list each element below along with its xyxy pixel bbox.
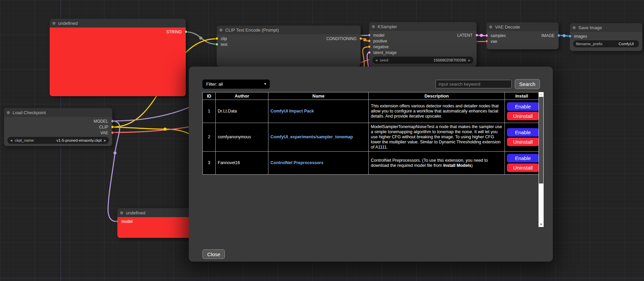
node-undefined-model[interactable]: undefined model bbox=[117, 208, 194, 238]
node-status-dot[interactable] bbox=[120, 211, 123, 214]
input-pin-clip[interactable] bbox=[215, 37, 218, 40]
input-pin-samples[interactable] bbox=[485, 34, 488, 37]
input-slot-label: vae bbox=[491, 39, 497, 44]
cell-name: ComfyUI_experiments/sampler_tonemap bbox=[268, 123, 369, 152]
custom-nodes-manager-dialog: Filter: all ▼ Search ID Author Name Desc… bbox=[189, 67, 553, 262]
node-title: Save Image bbox=[578, 25, 602, 30]
input-slot-label: positive bbox=[373, 39, 387, 43]
input-slot-label: model bbox=[121, 219, 133, 224]
output-slot-label: STRING bbox=[166, 30, 182, 34]
slot-row: negative bbox=[369, 44, 477, 50]
widget-prev-icon[interactable]: ◀ bbox=[10, 139, 12, 142]
input-pin-latent-image[interactable] bbox=[368, 51, 371, 54]
node-body: model LATENT positive negative latent_im… bbox=[369, 31, 477, 67]
input-pin-model[interactable] bbox=[116, 220, 119, 223]
input-pin-text[interactable] bbox=[215, 43, 218, 46]
slot-row: VAE bbox=[4, 130, 112, 136]
input-slot-label: images bbox=[574, 34, 587, 39]
widget-decrement-icon[interactable]: ◀ bbox=[375, 59, 377, 62]
node-status-dot[interactable] bbox=[489, 25, 492, 29]
widget-value: ComfyUI bbox=[618, 42, 634, 46]
description-text: ) bbox=[471, 163, 473, 168]
search-input[interactable] bbox=[435, 80, 512, 88]
pack-link[interactable]: ComfyUI_experiments/sampler_tonemap bbox=[270, 135, 353, 139]
slot-row: CLIP bbox=[4, 124, 112, 130]
input-slot-label: text bbox=[221, 42, 227, 47]
node-status-dot[interactable] bbox=[573, 26, 576, 29]
enable-button[interactable]: Enable bbox=[507, 102, 539, 111]
input-pin-positive[interactable] bbox=[368, 39, 371, 42]
enable-button[interactable]: Enable bbox=[507, 128, 539, 137]
node-title: VAE Decode bbox=[495, 24, 520, 30]
ckpt-name-widget[interactable]: ◀ ckpt_name v1-5-pruned-emaonly.ckpt ▶ bbox=[7, 137, 109, 144]
output-slot-label: CLIP bbox=[99, 125, 108, 129]
table-header-row: ID Author Name Description Install bbox=[203, 92, 539, 100]
uninstall-button[interactable]: Uninstall bbox=[507, 112, 539, 120]
cell-name: ComfyUI Impact Pack bbox=[268, 100, 369, 123]
node-title-bar[interactable]: Load Checkpoint bbox=[4, 108, 112, 117]
pack-link[interactable]: ComfyUI Impact Pack bbox=[270, 109, 314, 113]
node-save-image[interactable]: Save Image images filename_prefix ComfyU… bbox=[570, 23, 642, 51]
close-button[interactable]: Close bbox=[202, 249, 225, 259]
scrollbar-down-icon[interactable]: ▼ bbox=[539, 222, 544, 227]
output-pin-string[interactable] bbox=[184, 30, 187, 33]
output-pin-model[interactable] bbox=[111, 120, 114, 123]
output-pin-latent[interactable] bbox=[475, 34, 478, 37]
widget-next-icon[interactable]: ▶ bbox=[104, 139, 106, 142]
node-body: model bbox=[117, 217, 194, 238]
node-title-bar[interactable]: KSampler bbox=[369, 22, 477, 31]
node-status-dot[interactable] bbox=[219, 29, 222, 32]
node-title: Load Checkpoint bbox=[13, 110, 46, 115]
node-status-dot[interactable] bbox=[372, 25, 375, 28]
enable-button[interactable]: Enable bbox=[507, 154, 539, 162]
output-pin-vae[interactable] bbox=[111, 131, 114, 134]
widget-increment-icon[interactable]: ▶ bbox=[468, 59, 470, 62]
slot-row: model LATENT bbox=[369, 32, 477, 38]
filename-prefix-widget[interactable]: filename_prefix ComfyUI bbox=[573, 40, 639, 47]
slot-row: text bbox=[217, 41, 361, 47]
output-pin-conditioning[interactable] bbox=[359, 37, 362, 40]
node-title-bar[interactable]: undefined bbox=[117, 208, 194, 217]
node-undefined-string[interactable]: undefined STRING bbox=[50, 19, 186, 96]
filter-select[interactable]: Filter: all bbox=[202, 80, 270, 89]
cell-id: 1 bbox=[203, 100, 216, 123]
node-vae-decode[interactable]: VAE Decode samples IMAGE vae bbox=[486, 22, 559, 49]
col-header-description: Description bbox=[369, 92, 505, 100]
output-slot-label: CONDITIONING bbox=[326, 36, 357, 41]
input-pin-negative[interactable] bbox=[368, 45, 371, 48]
slot-row: positive bbox=[369, 38, 477, 44]
search-button[interactable]: Search bbox=[515, 79, 540, 89]
scrollbar-up-icon[interactable]: ▲ bbox=[539, 92, 544, 97]
cell-description: This extension offers various detector n… bbox=[369, 100, 505, 123]
node-clip-text-encode[interactable]: CLIP Text Encode (Prompt) clip CONDITION… bbox=[217, 25, 361, 67]
slot-row: latent_image bbox=[369, 50, 477, 55]
uninstall-button[interactable]: Uninstall bbox=[507, 138, 539, 146]
node-load-checkpoint[interactable]: Load Checkpoint MODEL CLIP VAE ◀ ckpt_na… bbox=[4, 108, 112, 146]
node-title-bar[interactable]: undefined bbox=[50, 19, 186, 28]
node-title: undefined bbox=[126, 210, 145, 215]
widget-name: ckpt_name bbox=[15, 138, 34, 142]
output-pin-image[interactable] bbox=[557, 34, 560, 37]
input-pin-images[interactable] bbox=[568, 35, 572, 38]
node-title: undefined bbox=[58, 21, 78, 26]
scrollbar-thumb[interactable] bbox=[539, 97, 543, 183]
node-title-bar[interactable]: CLIP Text Encode (Prompt) bbox=[217, 25, 361, 34]
node-title-bar[interactable]: Save Image bbox=[570, 23, 642, 32]
col-header-author: Author bbox=[216, 92, 268, 100]
input-pin-model[interactable] bbox=[368, 34, 371, 37]
table-row: 1 Dr.Lt.Data ComfyUI Impact Pack This ex… bbox=[203, 100, 539, 123]
input-slot-label: model bbox=[373, 33, 384, 38]
link-dot bbox=[199, 37, 202, 40]
pack-link[interactable]: ControlNet Preprocessors bbox=[270, 160, 324, 165]
col-header-id: ID bbox=[203, 92, 216, 100]
node-status-dot[interactable] bbox=[7, 111, 10, 114]
node-title-bar[interactable]: VAE Decode bbox=[486, 22, 559, 31]
output-pin-clip[interactable] bbox=[111, 125, 114, 128]
input-pin-vae[interactable] bbox=[485, 40, 488, 43]
table-scrollbar[interactable]: ▲ ▼ bbox=[539, 92, 544, 227]
node-status-dot[interactable] bbox=[52, 22, 55, 25]
col-header-name: Name bbox=[268, 92, 369, 100]
uninstall-button[interactable]: Uninstall bbox=[507, 163, 539, 172]
node-ksampler[interactable]: KSampler model LATENT positive negative … bbox=[369, 22, 477, 67]
seed-widget[interactable]: ◀ seed 156680208700286 ▶ bbox=[373, 57, 473, 64]
